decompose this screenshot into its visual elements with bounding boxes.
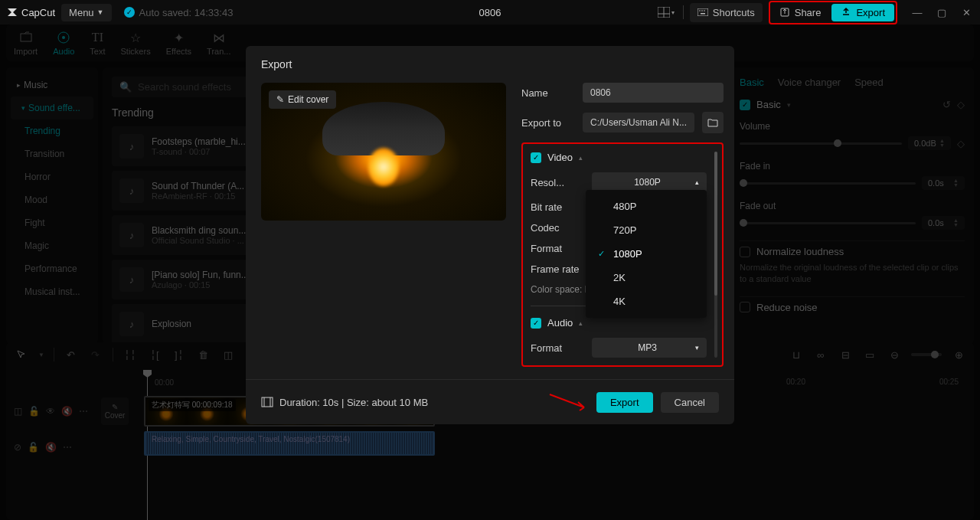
video-section-header[interactable]: ✓ Video ▴ [531, 152, 722, 163]
export-settings-annotated: ✓ Video ▴ Resol... 1080P ▴ 480P 720P ✓10… [521, 142, 724, 367]
scrollbar[interactable] [714, 152, 717, 358]
cover-preview: ✎ Edit cover [261, 83, 506, 221]
minimize-button[interactable]: — [910, 7, 925, 18]
close-button[interactable]: ✕ [959, 7, 974, 18]
option-2k[interactable]: 2K [586, 266, 707, 289]
share-button[interactable]: Share [772, 4, 829, 21]
app-name: CapCut [21, 7, 55, 18]
modal-footer: Duration: 10s | Size: about 10 MB Export… [246, 379, 734, 424]
layout-icon[interactable]: ▾ [655, 2, 677, 23]
svg-rect-12 [262, 397, 273, 407]
checkbox-icon[interactable]: ✓ [531, 318, 541, 329]
option-720p[interactable]: 720P [586, 218, 707, 242]
topbar-right: ▾ Shortcuts Share Export — ▢ ✕ [655, 1, 974, 25]
svg-rect-7 [701, 13, 705, 15]
audio-section-header[interactable]: ✓ Audio ▴ [531, 317, 722, 329]
option-1080p[interactable]: ✓1080P [586, 242, 707, 266]
autosave-status: ✓ Auto saved: 14:33:43 [124, 7, 234, 18]
export-button-top[interactable]: Export [831, 4, 894, 21]
pencil-icon: ✎ [276, 94, 284, 105]
chevron-up-icon: ▴ [695, 178, 699, 186]
folder-icon [707, 118, 718, 127]
svg-point-6 [704, 10, 705, 11]
browse-folder-button[interactable] [702, 112, 724, 133]
menu-button[interactable]: Menu ▼ [61, 4, 111, 21]
svg-point-4 [699, 10, 701, 11]
divider [683, 5, 684, 19]
name-field-row: Name 0806 [521, 83, 724, 103]
capcut-icon [6, 6, 18, 18]
share-icon [779, 7, 790, 18]
film-icon [261, 397, 273, 407]
check-icon: ✓ [598, 249, 607, 259]
annotation-arrow [546, 391, 592, 414]
svg-point-5 [701, 10, 703, 11]
app-logo: CapCut [6, 6, 55, 18]
audio-format-row: Format MP3 ▾ [531, 338, 722, 358]
chevron-down-icon: ▾ [671, 9, 675, 16]
shortcuts-button[interactable]: Shortcuts [690, 3, 763, 22]
scrollbar-thumb[interactable] [714, 152, 717, 296]
edit-cover-button[interactable]: ✎ Edit cover [269, 90, 336, 109]
chevron-down-icon: ▾ [695, 344, 699, 352]
document-title: 0806 [479, 7, 501, 18]
top-bar: CapCut Menu ▼ ✓ Auto saved: 14:33:43 080… [0, 0, 980, 25]
resolution-options: 480P 720P ✓1080P 2K 4K [586, 190, 707, 318]
exportto-input[interactable]: C:/Users/Usman Ali N... [583, 113, 694, 132]
export-confirm-button[interactable]: Export [596, 392, 653, 413]
chevron-up-icon: ▴ [579, 319, 583, 327]
exportto-field-row: Export to C:/Users/Usman Ali N... [521, 112, 724, 133]
option-4k[interactable]: 4K [586, 289, 707, 313]
check-icon: ✓ [124, 7, 135, 18]
chevron-up-icon: ▴ [579, 154, 583, 162]
modal-title: Export [246, 46, 734, 83]
export-icon [841, 7, 851, 18]
svg-rect-3 [697, 8, 708, 16]
keyboard-icon [697, 8, 708, 16]
cancel-button[interactable]: Cancel [661, 392, 719, 413]
checkbox-icon[interactable]: ✓ [531, 152, 541, 163]
name-input[interactable]: 0806 [583, 83, 724, 103]
export-modal: Export ✎ Edit cover Name 0806 Export to … [246, 46, 734, 424]
window-controls: — ▢ ✕ [910, 7, 974, 18]
chevron-down-icon: ▼ [97, 8, 104, 16]
maximize-button[interactable]: ▢ [934, 7, 949, 18]
audio-format-dropdown[interactable]: MP3 ▾ [592, 338, 707, 358]
option-480p[interactable]: 480P [586, 195, 707, 218]
duration-info: Duration: 10s | Size: about 10 MB [261, 397, 428, 408]
share-export-annotated: Share Export [769, 1, 897, 25]
